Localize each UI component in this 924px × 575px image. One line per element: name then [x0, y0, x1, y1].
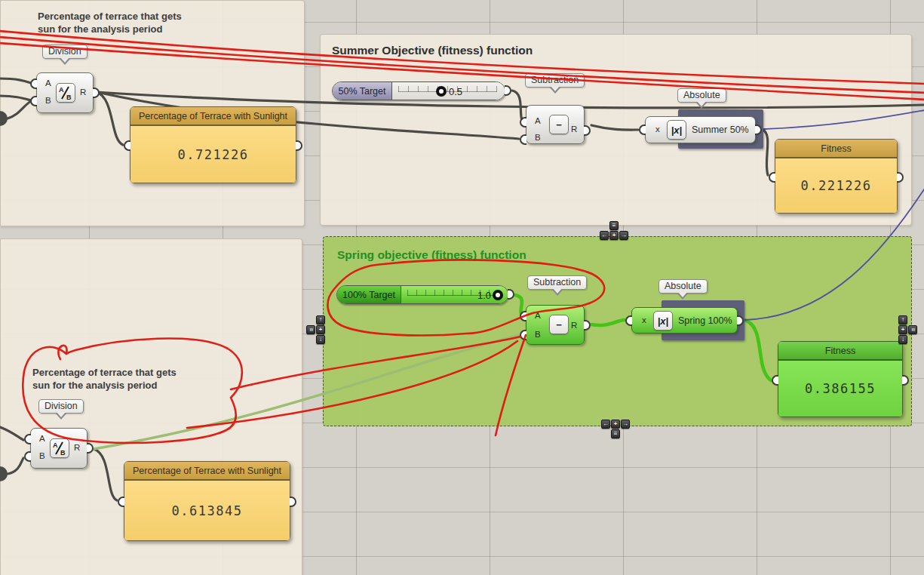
absolute-summer-input[interactable]: [639, 125, 646, 135]
input-b-label: B: [535, 330, 541, 339]
panel-fitness-summer[interactable]: Fitness 0.221226: [775, 139, 898, 214]
absolute-icon: |x|: [653, 311, 673, 331]
absolute-icon: |x|: [667, 120, 686, 140]
note-bottom: Percentage of terrace that gets sun for …: [32, 366, 177, 392]
subtraction-component-summer[interactable]: A B R −: [526, 105, 585, 144]
division-top-input-a[interactable]: [30, 78, 37, 89]
division-bottom-input-a[interactable]: [24, 434, 31, 444]
slider-spring-value: 1.0: [477, 289, 491, 300]
svg-text:B: B: [66, 94, 72, 101]
slider-ruler: [398, 86, 497, 92]
output-r-label: R: [74, 443, 80, 452]
group-widget-list-bottom-icon[interactable]: ≡: [611, 429, 620, 438]
svg-text:B: B: [60, 449, 66, 457]
input-x-label: x: [655, 125, 660, 134]
tooltip-absolute-spring: Absolute: [658, 279, 708, 294]
tooltip-absolute-summer: Absolute: [677, 88, 726, 103]
panel-fitness-spring-value: 0.386155: [778, 361, 902, 417]
input-b-label: B: [535, 133, 541, 142]
absolute-spring-input[interactable]: [625, 315, 632, 326]
subtraction-component-spring[interactable]: A B R −: [526, 305, 585, 345]
input-b-label: B: [39, 451, 45, 460]
absolute-component-summer[interactable]: x |x| Summer 50%: [645, 116, 756, 143]
absolute-spring-nickname: Spring 100%: [678, 315, 732, 326]
slider-summer-value: 0.5: [449, 85, 462, 97]
absolute-component-spring[interactable]: x |x| Spring 100%: [631, 307, 738, 334]
panel-fitness-spring[interactable]: Fitness 0.386155: [778, 341, 903, 417]
panel-sunlight-bottom-title: Percentage of Terrace with Sunlight: [124, 462, 290, 481]
slider-spring-label: 100% Target: [337, 286, 401, 303]
panel-sunlight-bottom[interactable]: Percentage of Terrace with Sunlight 0.61…: [124, 461, 290, 541]
division-component-top[interactable]: A B R A B: [36, 72, 94, 113]
note-top: Percentage of terrace that gets sun for …: [38, 10, 182, 35]
group-widget-left-arrow-bottom[interactable]: ←: [601, 420, 610, 429]
group-widget-left-arrow-top[interactable]: ←: [600, 231, 609, 240]
panel-fitness-spring-title: Fitness: [778, 342, 902, 361]
slider-spring-knob[interactable]: [493, 290, 503, 300]
group-widget-right-arrow-top[interactable]: →: [619, 231, 628, 240]
panel-fitness-summer-value: 0.221226: [775, 158, 897, 213]
panel-fitness-summer-title: Fitness: [775, 140, 897, 158]
group-widget-list-top-icon[interactable]: ≡: [609, 221, 619, 230]
group-widget-up-arrow-left[interactable]: ↑: [316, 315, 325, 324]
svg-text:A: A: [59, 86, 64, 94]
group-widget-plus-top[interactable]: +: [609, 231, 619, 240]
minus-icon: −: [549, 315, 569, 334]
subtraction-spring-input-b[interactable]: [520, 330, 526, 340]
panel-sunlight-top-input[interactable]: [124, 140, 130, 151]
grasshopper-canvas[interactable]: Percentage of terrace that gets sun for …: [0, 0, 924, 575]
group-widget-stripes-left-icon[interactable]: ≡: [306, 325, 315, 334]
group-widget-right-arrow-bottom[interactable]: →: [621, 420, 630, 429]
note-bottom-line1: Percentage of terrace that gets: [32, 366, 177, 379]
group-widget-plus-right[interactable]: +: [898, 325, 907, 334]
summer-group-title: Summer Objective (fitness) function: [332, 44, 533, 57]
panel-fitness-spring-input[interactable]: [772, 375, 778, 386]
output-r-label: R: [571, 321, 577, 330]
output-r-label: R: [80, 88, 86, 97]
panel-fitness-summer-input[interactable]: [769, 172, 775, 183]
subtraction-summer-input-b[interactable]: [520, 134, 526, 145]
note-top-line2: sun for the analysis period: [38, 23, 182, 35]
note-top-line1: Percentage of terrace that gets: [38, 10, 182, 23]
division-icon: A B: [50, 438, 69, 458]
input-a-label: A: [45, 78, 51, 88]
group-widget-plus-left[interactable]: +: [316, 325, 325, 334]
tooltip-division-top: Division: [42, 45, 87, 59]
minus-icon: −: [549, 115, 569, 134]
slider-spring-100-target[interactable]: 100% Target 1.0: [336, 285, 508, 304]
group-widget-up-arrow-right[interactable]: ↑: [898, 315, 907, 324]
input-a-label: A: [535, 116, 541, 125]
group-widget-stripes-right-icon[interactable]: ≡: [908, 325, 917, 334]
input-x-label: x: [642, 315, 646, 324]
division-bottom-input-b[interactable]: [24, 451, 31, 462]
output-r-label: R: [571, 125, 577, 134]
group-widget-down-arrow-right[interactable]: ↓: [898, 335, 907, 344]
panel-sunlight-top-value: 0.721226: [130, 126, 296, 183]
division-icon: A B: [56, 83, 75, 103]
slider-spring-track[interactable]: [401, 286, 508, 303]
tooltip-subtraction-summer: Subtraction: [525, 73, 585, 88]
input-a-label: A: [39, 434, 45, 443]
subtraction-spring-input-a[interactable]: [520, 311, 526, 321]
tooltip-division-bottom: Division: [38, 399, 84, 414]
slider-summer-label: 50% Target: [333, 82, 392, 100]
group-widget-down-arrow-left[interactable]: ↓: [316, 335, 325, 344]
group-widget-plus-bottom[interactable]: +: [611, 420, 620, 429]
division-top-input-b[interactable]: [30, 96, 37, 106]
tooltip-subtraction-spring: Subtraction: [527, 275, 587, 290]
subtraction-summer-input-a[interactable]: [520, 117, 526, 128]
panel-sunlight-bottom-input[interactable]: [118, 497, 124, 507]
slider-summer-knob[interactable]: [436, 86, 447, 97]
panel-sunlight-top-title: Percentage of Terrace with Sunlight: [130, 107, 296, 126]
panel-sunlight-top[interactable]: Percentage of Terrace with Sunlight 0.72…: [130, 106, 296, 183]
panel-sunlight-bottom-value: 0.613845: [124, 481, 290, 540]
absolute-summer-nickname: Summer 50%: [692, 125, 749, 135]
slider-summer-50-target[interactable]: 50% Target 0.5: [332, 81, 505, 100]
note-bottom-line2: sun for the analysis period: [32, 379, 177, 392]
spring-group-title: Spring objective (fitness) function: [337, 248, 526, 262]
input-a-label: A: [535, 311, 541, 320]
input-b-label: B: [45, 96, 51, 105]
svg-text:A: A: [53, 441, 58, 449]
division-component-bottom[interactable]: A B R A B: [30, 428, 87, 469]
